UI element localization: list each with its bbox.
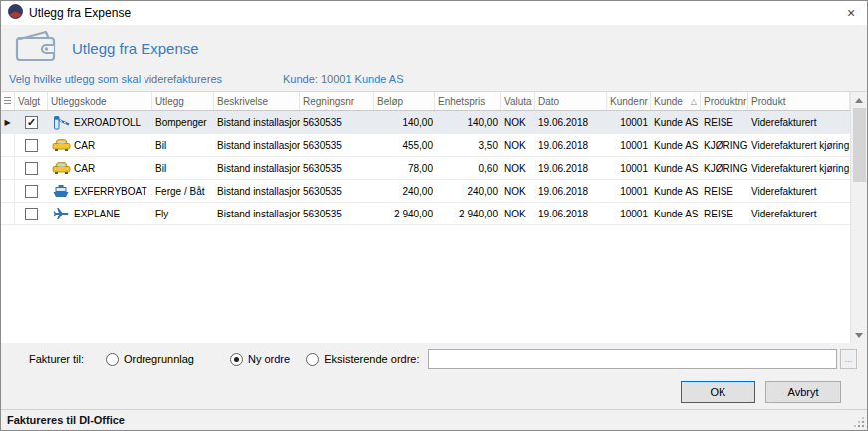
resize-grip[interactable] bbox=[854, 417, 864, 427]
instruction-text: Velg hvilke utlegg som skal viderefaktur… bbox=[9, 73, 222, 85]
table-row[interactable]: EXPLANE Fly Bistand installasjon 5630535… bbox=[1, 203, 850, 225]
table-row[interactable]: ▶ EXROADTOLL Bompenger Bistand installas… bbox=[1, 111, 850, 134]
cell-valgt bbox=[15, 111, 48, 133]
table-row[interactable]: EXFERRYBOAT Ferge / Båt Bistand installa… bbox=[1, 180, 850, 203]
radio-ordregrunnlag[interactable]: Ordregrunnlag bbox=[106, 353, 194, 366]
ok-button[interactable]: OK bbox=[681, 381, 755, 403]
column-header-valuta[interactable]: Valuta bbox=[501, 92, 535, 110]
cell-enhetspris: 140,00 bbox=[435, 111, 501, 133]
column-header-utleggskode[interactable]: Utleggskode bbox=[48, 92, 152, 110]
car-icon bbox=[51, 138, 71, 152]
cell-kundenr: 10001 bbox=[607, 111, 651, 133]
cancel-button[interactable]: Avbryt bbox=[765, 381, 841, 403]
app-icon bbox=[8, 4, 23, 23]
row-selector bbox=[1, 157, 15, 179]
cell-enhetspris: 240,00 bbox=[435, 180, 501, 202]
cell-regningsnr: 5630535 bbox=[300, 180, 374, 202]
vertical-scrollbar[interactable] bbox=[850, 92, 867, 343]
radio-ny-ordre[interactable]: Ny ordre bbox=[230, 353, 290, 366]
chevron-down-icon bbox=[855, 333, 863, 338]
cell-kunde: Kunde AS bbox=[651, 134, 701, 156]
row-selector bbox=[1, 203, 15, 224]
cell-regningsnr: 5630535 bbox=[300, 203, 374, 224]
radio-ordregrunnlag-label: Ordregrunnlag bbox=[124, 353, 194, 365]
expense-grid-wrap: Valgt Utleggskode Utlegg Beskrivelse Reg… bbox=[1, 91, 867, 343]
row-checkbox[interactable] bbox=[25, 116, 38, 129]
expense-code: EXFERRYBOAT bbox=[74, 186, 147, 197]
cell-beskrivelse: Bistand installasjon bbox=[214, 157, 300, 179]
cell-enhetspris: 3,50 bbox=[435, 134, 501, 156]
column-header-kunde-label: Kunde bbox=[654, 96, 683, 107]
cell-valgt bbox=[15, 180, 48, 202]
status-bar: Faktureres til DI-Office bbox=[1, 409, 867, 430]
ferry-icon bbox=[51, 184, 71, 199]
radio-icon[interactable] bbox=[230, 353, 243, 366]
cell-produkt: Viderefakturert bbox=[748, 180, 850, 202]
column-header-beskrivelse[interactable]: Beskrivelse bbox=[214, 92, 300, 110]
column-header-produktnr[interactable]: Produktnr bbox=[701, 92, 748, 110]
column-header-kundenr[interactable]: Kundenr bbox=[607, 92, 651, 110]
toll-barrier-icon bbox=[51, 115, 71, 130]
scroll-up-button[interactable] bbox=[851, 92, 867, 108]
table-row[interactable]: CAR Bil Bistand installasjon 5630535 455… bbox=[1, 134, 850, 157]
cell-produkt: Viderefakturert bbox=[748, 111, 850, 133]
current-row-marker: ▶ bbox=[4, 118, 10, 127]
radio-icon[interactable] bbox=[106, 353, 119, 366]
cell-produktnr: REISE bbox=[701, 203, 748, 224]
grid-menu-icon bbox=[4, 97, 11, 105]
sort-ascending-icon: △ bbox=[691, 97, 697, 106]
cell-enhetspris: 2 940,00 bbox=[435, 203, 501, 224]
column-header-regningsnr[interactable]: Regningsnr bbox=[300, 92, 374, 110]
column-header-utlegg[interactable]: Utlegg bbox=[152, 92, 214, 110]
cell-beskrivelse: Bistand installasjon bbox=[214, 180, 300, 202]
cell-utlegg: Bil bbox=[152, 134, 214, 156]
cell-valgt bbox=[15, 134, 48, 156]
record-selector-header bbox=[1, 92, 15, 110]
expense-code: EXPLANE bbox=[74, 209, 120, 219]
column-header-kunde[interactable]: Kunde △ bbox=[651, 92, 701, 110]
cell-produktnr: KJØRING bbox=[701, 134, 748, 156]
cell-kundenr: 10001 bbox=[607, 134, 651, 156]
table-row[interactable]: CAR Bil Bistand installasjon 5630535 78,… bbox=[1, 157, 850, 180]
cell-valuta: NOK bbox=[501, 157, 535, 179]
cell-beskrivelse: Bistand installasjon bbox=[214, 203, 300, 224]
cell-kundenr: 10001 bbox=[607, 203, 651, 224]
cell-utleggskode: EXROADTOLL bbox=[48, 111, 152, 133]
row-checkbox[interactable] bbox=[25, 208, 38, 220]
cell-utlegg: Bil bbox=[152, 157, 214, 179]
cell-utleggskode: EXFERRYBOAT bbox=[48, 180, 152, 202]
radio-icon[interactable] bbox=[306, 353, 319, 366]
cell-valgt bbox=[15, 203, 48, 224]
column-header-produkt[interactable]: Produkt bbox=[748, 92, 850, 110]
browse-order-button[interactable]: ... bbox=[840, 349, 857, 369]
row-checkbox[interactable] bbox=[25, 139, 38, 152]
cell-dato: 19.06.2018 bbox=[535, 111, 607, 133]
cell-dato: 19.06.2018 bbox=[535, 134, 607, 156]
status-text: Faktureres til DI-Office bbox=[7, 414, 125, 426]
cell-belop: 2 940,00 bbox=[374, 203, 435, 224]
invoice-target-section: Fakturer til: Ordregrunnlag Ny ordre Eks… bbox=[1, 343, 867, 375]
cell-valuta: NOK bbox=[501, 180, 535, 202]
row-selector bbox=[1, 180, 15, 202]
cell-kunde: Kunde AS bbox=[651, 111, 701, 133]
close-icon[interactable]: × bbox=[835, 1, 867, 25]
cell-utleggskode: EXPLANE bbox=[48, 203, 152, 224]
cell-produkt: Viderefakturert kjøring bbox=[748, 157, 850, 179]
cell-regningsnr: 5630535 bbox=[300, 157, 374, 179]
row-checkbox[interactable] bbox=[25, 162, 38, 175]
cell-kunde: Kunde AS bbox=[651, 203, 701, 224]
scrollbar-thumb[interactable] bbox=[853, 108, 866, 182]
column-header-dato[interactable]: Dato bbox=[535, 92, 607, 110]
customer-label: Kunde: 10001 Kunde AS bbox=[283, 73, 404, 85]
radio-eksisterende-ordre[interactable]: Eksisterende ordre: bbox=[306, 353, 419, 366]
column-header-valgt[interactable]: Valgt bbox=[15, 92, 48, 110]
column-header-enhetspris[interactable]: Enhetspris bbox=[435, 92, 501, 110]
row-checkbox[interactable] bbox=[25, 185, 38, 198]
cell-valgt bbox=[15, 157, 48, 179]
expense-code: EXROADTOLL bbox=[74, 117, 141, 128]
column-header-belop[interactable]: Beløp bbox=[374, 92, 435, 110]
existing-order-input[interactable] bbox=[428, 349, 837, 369]
row-selector bbox=[1, 134, 15, 156]
radio-ny-ordre-label: Ny ordre bbox=[248, 353, 290, 365]
scroll-down-button[interactable] bbox=[851, 327, 867, 343]
